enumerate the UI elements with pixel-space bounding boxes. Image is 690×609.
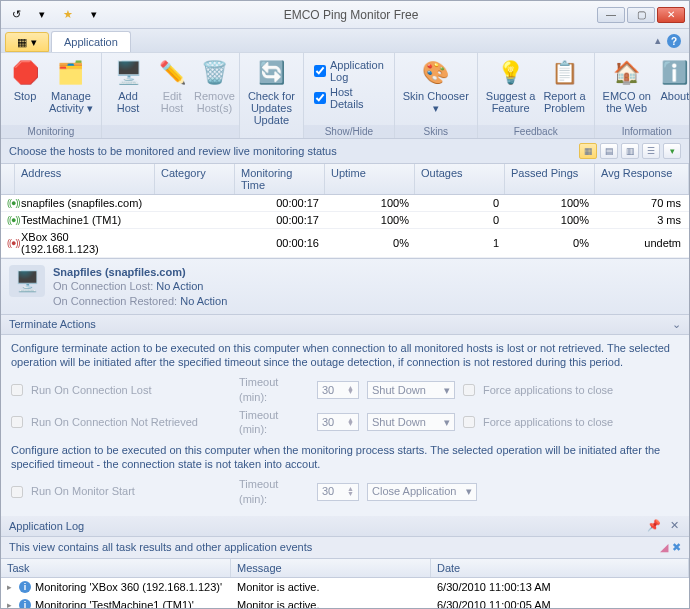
hosts-grid: Address Category Monitoring Time Uptime … [1, 164, 689, 258]
applog-header: Application Log 📌 ✕ [1, 516, 689, 537]
host-name: Snapfiles (snapfiles.com) [53, 265, 227, 279]
manage-icon: 🗂️ [55, 57, 87, 89]
help-icon[interactable]: ? [667, 34, 681, 48]
log-row[interactable]: ▸iMonitoring 'XBox 360 (192.168.1.123)'M… [1, 578, 689, 596]
group-monitoring: Monitoring [1, 125, 101, 138]
col-outages[interactable]: Outages [415, 164, 505, 194]
update-icon: 🔄 [255, 57, 287, 89]
report-problem-button[interactable]: 📋 Report a Problem [539, 55, 589, 116]
qat-favorite[interactable]: ★ [57, 5, 79, 25]
terminate-panel: Configure terminate action to be execute… [1, 335, 689, 516]
run-on-notret-check [11, 416, 23, 428]
check-updates-button[interactable]: 🔄 Check for Updates Update [244, 55, 299, 128]
edit-host-button: ✏️ Edit Host [150, 55, 194, 116]
manage-activity-button[interactable]: 🗂️ Manage Activity ▾ [45, 55, 97, 116]
info-icon: i [19, 581, 31, 593]
home-tab-button[interactable]: ▦ ▾ [5, 32, 49, 52]
tab-application[interactable]: Application [51, 31, 131, 52]
qat-undo[interactable]: ↺ [5, 5, 27, 25]
ribbon: 🛑 Stop 🗂️ Manage Activity ▾ Monitoring 🖥… [1, 53, 689, 139]
window-title: EMCO Ping Monitor Free [105, 8, 597, 22]
ribbon-min-icon[interactable]: ▴ [655, 34, 661, 48]
maximize-button[interactable]: ▢ [627, 7, 655, 23]
toggle-app-log[interactable]: Application Log [314, 59, 384, 83]
info-icon: i [19, 599, 31, 609]
host-detail-panel: 🖥️ Snapfiles (snapfiles.com) On Connecti… [1, 258, 689, 315]
view-dropdown[interactable]: ▾ [663, 143, 681, 159]
col-uptime[interactable]: Uptime [325, 164, 415, 194]
terminate-header[interactable]: Terminate Actions ⌄ [1, 315, 689, 335]
col-monitoring-time[interactable]: Monitoring Time [235, 164, 325, 194]
view-grid-button[interactable]: ▦ [579, 143, 597, 159]
action-notret-combo: Shut Down▾ [367, 413, 455, 431]
action-lost-combo: Shut Down▾ [367, 381, 455, 399]
group-showhide: Show/Hide [304, 125, 394, 138]
force-close-2 [463, 416, 475, 428]
about-icon: ℹ️ [659, 57, 690, 89]
view-tool-3[interactable]: ▥ [621, 143, 639, 159]
qat-dropdown2[interactable]: ▾ [83, 5, 105, 25]
expand-icon[interactable]: ▸ [7, 600, 15, 609]
remove-hosts-button: 🗑️ Remove Host(s) [194, 55, 235, 116]
view-tool-4[interactable]: ☰ [642, 143, 660, 159]
table-row[interactable]: ((●))snapfiles (snapfiles.com)00:00:1710… [1, 195, 689, 212]
col-passed-pings[interactable]: Passed Pings [505, 164, 595, 194]
col-category[interactable]: Category [155, 164, 235, 194]
host-icon: 🖥️ [9, 265, 45, 297]
web-icon: 🏠 [611, 57, 643, 89]
run-on-start-check [11, 486, 23, 498]
stop-button[interactable]: 🛑 Stop [5, 55, 45, 104]
log-row[interactable]: ▸iMonitoring 'TestMachine1 (TM1)'Monitor… [1, 596, 689, 609]
col-avg-response[interactable]: Avg Response [595, 164, 689, 194]
add-host-icon: 🖥️ [112, 57, 144, 89]
timeout-start-spin: 30▲▼ [317, 483, 359, 501]
run-on-lost-check [11, 384, 23, 396]
stop-icon: 🛑 [9, 57, 41, 89]
table-row[interactable]: ((●))TestMachine1 (TM1)00:00:17100%0100%… [1, 212, 689, 229]
table-row[interactable]: ((●))XBox 360 (192.168.1.123)00:00:160%1… [1, 229, 689, 258]
skin-chooser-button[interactable]: 🎨 Skin Chooser ▾ [399, 55, 473, 116]
log-col-task[interactable]: Task [1, 559, 231, 577]
title-bar: ↺ ▾ ★ ▾ EMCO Ping Monitor Free — ▢ ✕ [1, 1, 689, 29]
add-host-button[interactable]: 🖥️ Add Host [106, 55, 150, 116]
applog-erase-icon[interactable]: ◢ [660, 541, 668, 554]
about-button[interactable]: ℹ️ About [655, 55, 690, 104]
toggle-host-details[interactable]: Host Details [314, 86, 384, 110]
timeout-notret-spin: 30▲▼ [317, 413, 359, 431]
view-tool-2[interactable]: ▤ [600, 143, 618, 159]
close-button[interactable]: ✕ [657, 7, 685, 23]
action-start-combo: Close Application▾ [367, 483, 477, 501]
edit-host-icon: ✏️ [156, 57, 188, 89]
applog-close-icon[interactable]: ✕ [667, 519, 681, 533]
minimize-button[interactable]: — [597, 7, 625, 23]
expand-icon[interactable]: ▸ [7, 582, 15, 592]
qat-dropdown[interactable]: ▾ [31, 5, 53, 25]
log-col-message[interactable]: Message [231, 559, 431, 577]
group-skins: Skins [395, 125, 477, 138]
chevron-down-icon: ⌄ [672, 318, 681, 331]
timeout-lost-spin: 30▲▼ [317, 381, 359, 399]
applog-pin-icon[interactable]: 📌 [647, 519, 661, 533]
tab-strip: ▦ ▾ Application ▴ ? [1, 29, 689, 53]
suggest-icon: 💡 [495, 57, 527, 89]
hosts-subheader: Choose the hosts to be monitored and rev… [1, 139, 689, 164]
remove-host-icon: 🗑️ [198, 57, 230, 89]
force-close-1 [463, 384, 475, 396]
col-address[interactable]: Address [15, 164, 155, 194]
report-icon: 📋 [548, 57, 580, 89]
emco-web-button[interactable]: 🏠 EMCO on the Web [599, 55, 655, 116]
suggest-feature-button[interactable]: 💡 Suggest a Feature [482, 55, 540, 116]
skin-icon: 🎨 [420, 57, 452, 89]
group-information: Information [595, 125, 690, 138]
group-feedback: Feedback [478, 125, 594, 138]
applog-subheader: This view contains all task results and … [1, 537, 689, 559]
log-col-date[interactable]: Date [431, 559, 689, 577]
applog-clear-icon[interactable]: ✖ [672, 541, 681, 554]
